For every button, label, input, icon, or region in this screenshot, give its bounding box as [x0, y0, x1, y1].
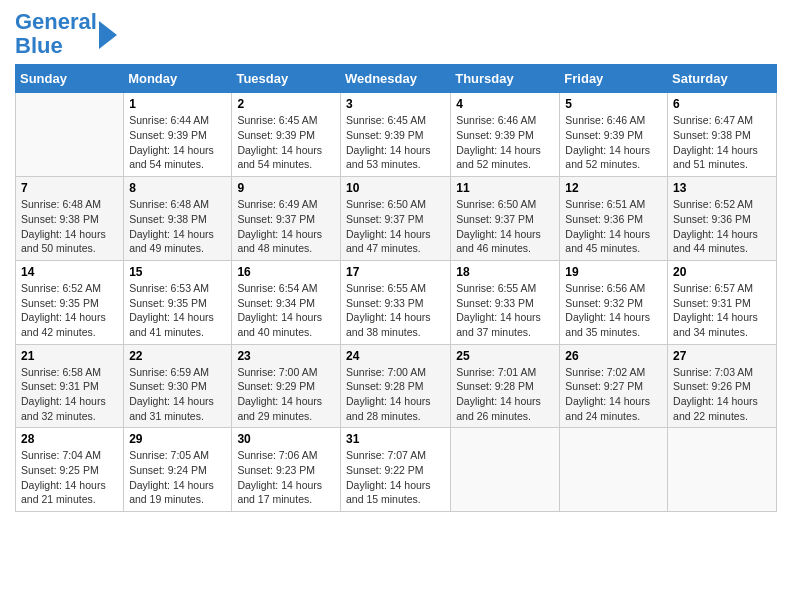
- calendar-cell: 10 Sunrise: 6:50 AM Sunset: 9:37 PM Dayl…: [340, 177, 450, 261]
- day-info: Sunrise: 7:06 AM Sunset: 9:23 PM Dayligh…: [237, 448, 335, 507]
- day-info: Sunrise: 6:45 AM Sunset: 9:39 PM Dayligh…: [237, 113, 335, 172]
- day-info: Sunrise: 7:03 AM Sunset: 9:26 PM Dayligh…: [673, 365, 771, 424]
- day-info: Sunrise: 6:50 AM Sunset: 9:37 PM Dayligh…: [456, 197, 554, 256]
- day-number: 14: [21, 265, 118, 279]
- day-number: 20: [673, 265, 771, 279]
- day-number: 2: [237, 97, 335, 111]
- day-info: Sunrise: 7:01 AM Sunset: 9:28 PM Dayligh…: [456, 365, 554, 424]
- day-info: Sunrise: 7:00 AM Sunset: 9:29 PM Dayligh…: [237, 365, 335, 424]
- day-info: Sunrise: 7:00 AM Sunset: 9:28 PM Dayligh…: [346, 365, 445, 424]
- calendar-week-row: 21 Sunrise: 6:58 AM Sunset: 9:31 PM Dayl…: [16, 344, 777, 428]
- day-number: 7: [21, 181, 118, 195]
- day-number: 9: [237, 181, 335, 195]
- day-number: 27: [673, 349, 771, 363]
- day-number: 5: [565, 97, 662, 111]
- day-number: 23: [237, 349, 335, 363]
- day-info: Sunrise: 6:59 AM Sunset: 9:30 PM Dayligh…: [129, 365, 226, 424]
- page-header: General Blue: [15, 10, 777, 58]
- day-info: Sunrise: 6:49 AM Sunset: 9:37 PM Dayligh…: [237, 197, 335, 256]
- calendar-cell: 21 Sunrise: 6:58 AM Sunset: 9:31 PM Dayl…: [16, 344, 124, 428]
- weekday-header: Saturday: [668, 65, 777, 93]
- weekday-header: Tuesday: [232, 65, 341, 93]
- calendar-cell: 9 Sunrise: 6:49 AM Sunset: 9:37 PM Dayli…: [232, 177, 341, 261]
- day-info: Sunrise: 7:07 AM Sunset: 9:22 PM Dayligh…: [346, 448, 445, 507]
- calendar-cell: 18 Sunrise: 6:55 AM Sunset: 9:33 PM Dayl…: [451, 260, 560, 344]
- day-number: 11: [456, 181, 554, 195]
- day-info: Sunrise: 6:55 AM Sunset: 9:33 PM Dayligh…: [456, 281, 554, 340]
- logo: General Blue: [15, 10, 117, 58]
- day-number: 19: [565, 265, 662, 279]
- day-number: 1: [129, 97, 226, 111]
- calendar-cell: 13 Sunrise: 6:52 AM Sunset: 9:36 PM Dayl…: [668, 177, 777, 261]
- calendar-cell: 5 Sunrise: 6:46 AM Sunset: 9:39 PM Dayli…: [560, 93, 668, 177]
- day-info: Sunrise: 6:50 AM Sunset: 9:37 PM Dayligh…: [346, 197, 445, 256]
- calendar-week-row: 28 Sunrise: 7:04 AM Sunset: 9:25 PM Dayl…: [16, 428, 777, 512]
- calendar-cell: 1 Sunrise: 6:44 AM Sunset: 9:39 PM Dayli…: [124, 93, 232, 177]
- calendar-cell: 7 Sunrise: 6:48 AM Sunset: 9:38 PM Dayli…: [16, 177, 124, 261]
- day-info: Sunrise: 6:55 AM Sunset: 9:33 PM Dayligh…: [346, 281, 445, 340]
- calendar-cell: 20 Sunrise: 6:57 AM Sunset: 9:31 PM Dayl…: [668, 260, 777, 344]
- calendar-cell: 8 Sunrise: 6:48 AM Sunset: 9:38 PM Dayli…: [124, 177, 232, 261]
- calendar-cell: [668, 428, 777, 512]
- calendar-cell: [560, 428, 668, 512]
- calendar-cell: 6 Sunrise: 6:47 AM Sunset: 9:38 PM Dayli…: [668, 93, 777, 177]
- calendar-cell: 31 Sunrise: 7:07 AM Sunset: 9:22 PM Dayl…: [340, 428, 450, 512]
- day-info: Sunrise: 6:46 AM Sunset: 9:39 PM Dayligh…: [565, 113, 662, 172]
- weekday-header: Friday: [560, 65, 668, 93]
- calendar-cell: 28 Sunrise: 7:04 AM Sunset: 9:25 PM Dayl…: [16, 428, 124, 512]
- calendar-week-row: 14 Sunrise: 6:52 AM Sunset: 9:35 PM Dayl…: [16, 260, 777, 344]
- day-info: Sunrise: 6:54 AM Sunset: 9:34 PM Dayligh…: [237, 281, 335, 340]
- day-number: 31: [346, 432, 445, 446]
- calendar-cell: 2 Sunrise: 6:45 AM Sunset: 9:39 PM Dayli…: [232, 93, 341, 177]
- day-number: 6: [673, 97, 771, 111]
- day-number: 29: [129, 432, 226, 446]
- day-info: Sunrise: 6:48 AM Sunset: 9:38 PM Dayligh…: [129, 197, 226, 256]
- calendar-cell: 25 Sunrise: 7:01 AM Sunset: 9:28 PM Dayl…: [451, 344, 560, 428]
- day-number: 12: [565, 181, 662, 195]
- calendar-cell: 16 Sunrise: 6:54 AM Sunset: 9:34 PM Dayl…: [232, 260, 341, 344]
- day-info: Sunrise: 6:58 AM Sunset: 9:31 PM Dayligh…: [21, 365, 118, 424]
- day-info: Sunrise: 6:46 AM Sunset: 9:39 PM Dayligh…: [456, 113, 554, 172]
- calendar-cell: 23 Sunrise: 7:00 AM Sunset: 9:29 PM Dayl…: [232, 344, 341, 428]
- weekday-header: Thursday: [451, 65, 560, 93]
- weekday-header: Sunday: [16, 65, 124, 93]
- calendar-cell: 17 Sunrise: 6:55 AM Sunset: 9:33 PM Dayl…: [340, 260, 450, 344]
- calendar-cell: [16, 93, 124, 177]
- day-number: 15: [129, 265, 226, 279]
- day-number: 16: [237, 265, 335, 279]
- day-info: Sunrise: 7:02 AM Sunset: 9:27 PM Dayligh…: [565, 365, 662, 424]
- calendar-cell: 4 Sunrise: 6:46 AM Sunset: 9:39 PM Dayli…: [451, 93, 560, 177]
- day-info: Sunrise: 6:52 AM Sunset: 9:36 PM Dayligh…: [673, 197, 771, 256]
- day-number: 28: [21, 432, 118, 446]
- calendar-cell: 12 Sunrise: 6:51 AM Sunset: 9:36 PM Dayl…: [560, 177, 668, 261]
- day-info: Sunrise: 6:44 AM Sunset: 9:39 PM Dayligh…: [129, 113, 226, 172]
- day-number: 13: [673, 181, 771, 195]
- day-info: Sunrise: 6:48 AM Sunset: 9:38 PM Dayligh…: [21, 197, 118, 256]
- day-number: 18: [456, 265, 554, 279]
- day-info: Sunrise: 6:57 AM Sunset: 9:31 PM Dayligh…: [673, 281, 771, 340]
- day-info: Sunrise: 6:52 AM Sunset: 9:35 PM Dayligh…: [21, 281, 118, 340]
- day-number: 22: [129, 349, 226, 363]
- calendar-cell: 30 Sunrise: 7:06 AM Sunset: 9:23 PM Dayl…: [232, 428, 341, 512]
- header-row: SundayMondayTuesdayWednesdayThursdayFrid…: [16, 65, 777, 93]
- day-info: Sunrise: 6:53 AM Sunset: 9:35 PM Dayligh…: [129, 281, 226, 340]
- day-number: 17: [346, 265, 445, 279]
- calendar-week-row: 7 Sunrise: 6:48 AM Sunset: 9:38 PM Dayli…: [16, 177, 777, 261]
- day-number: 10: [346, 181, 445, 195]
- logo-arrow-icon: [99, 21, 117, 49]
- calendar-cell: [451, 428, 560, 512]
- day-number: 3: [346, 97, 445, 111]
- calendar-cell: 26 Sunrise: 7:02 AM Sunset: 9:27 PM Dayl…: [560, 344, 668, 428]
- day-number: 25: [456, 349, 554, 363]
- calendar-cell: 15 Sunrise: 6:53 AM Sunset: 9:35 PM Dayl…: [124, 260, 232, 344]
- calendar-cell: 24 Sunrise: 7:00 AM Sunset: 9:28 PM Dayl…: [340, 344, 450, 428]
- calendar-cell: 22 Sunrise: 6:59 AM Sunset: 9:30 PM Dayl…: [124, 344, 232, 428]
- day-info: Sunrise: 6:45 AM Sunset: 9:39 PM Dayligh…: [346, 113, 445, 172]
- day-number: 21: [21, 349, 118, 363]
- logo-text: General Blue: [15, 10, 97, 58]
- day-number: 26: [565, 349, 662, 363]
- day-number: 4: [456, 97, 554, 111]
- weekday-header: Monday: [124, 65, 232, 93]
- day-info: Sunrise: 6:56 AM Sunset: 9:32 PM Dayligh…: [565, 281, 662, 340]
- day-number: 8: [129, 181, 226, 195]
